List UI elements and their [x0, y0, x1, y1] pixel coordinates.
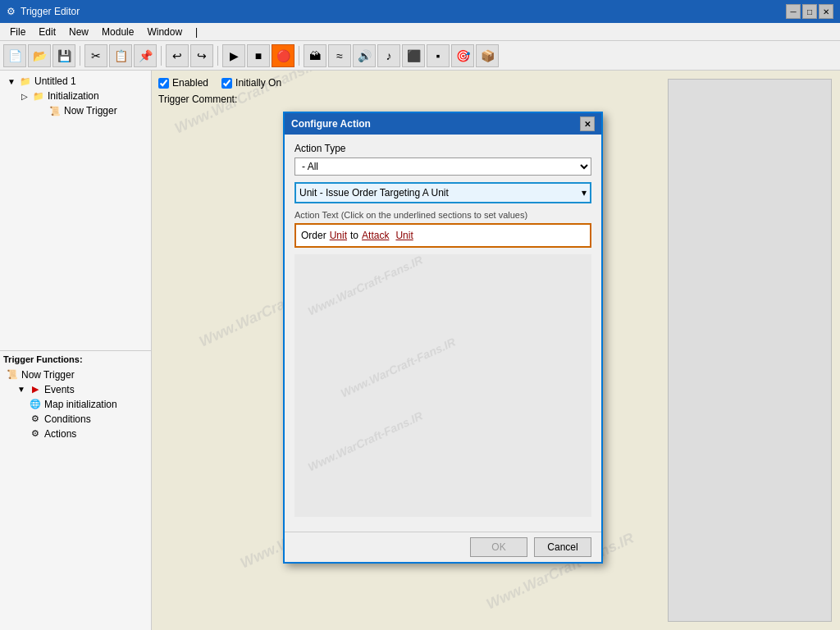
expander-untitled1: ▼	[7, 76, 16, 86]
actions-icon: ⚙	[30, 428, 41, 440]
conditions-icon: ⚙	[30, 413, 41, 425]
menu-new[interactable]: New	[62, 25, 95, 39]
action-type-row: Action Type - All Unit Player Trigger	[294, 143, 591, 176]
action-select-highlighted[interactable]: Unit - Issue Order Targeting A Unit ▾	[294, 182, 591, 203]
tree-item-now-trigger[interactable]: 📜 Now Trigger	[3, 103, 148, 118]
toolbar-tool4[interactable]: ♪	[377, 44, 400, 67]
fn-now-trigger-label: Now Trigger	[21, 369, 75, 381]
map-init-icon: 🌐	[30, 399, 41, 410]
main-area: ▼ 📁 Untitled 1 ▷ 📁 Initialization 📜 Now …	[0, 71, 840, 630]
menu-module[interactable]: Module	[95, 25, 140, 39]
menu-file[interactable]: File	[3, 25, 32, 39]
left-bottom-functions: Trigger Functions: 📜 Now Trigger ▼ ▶ Eve…	[0, 351, 151, 631]
action-text-label: Action Text (Click on the underlined sec…	[294, 210, 591, 220]
toolbar-tool3[interactable]: 🔊	[353, 44, 376, 67]
title-bar-controls: ─ □ ✕	[786, 4, 833, 19]
app-title: Trigger Editor	[21, 6, 80, 17]
trigger-icon-fn: 📜	[7, 369, 18, 381]
expander-events: ▼	[16, 385, 26, 395]
toolbar-stop[interactable]: ■	[247, 44, 270, 67]
close-button[interactable]: ✕	[819, 4, 833, 19]
fn-now-trigger[interactable]: 📜 Now Trigger	[3, 368, 148, 382]
attack-link[interactable]: Attack	[362, 230, 389, 241]
expander-conditions	[16, 414, 26, 424]
left-top-tree: ▼ 📁 Untitled 1 ▷ 📁 Initialization 📜 Now …	[0, 71, 151, 351]
fn-map-init[interactable]: 🌐 Map initialization	[3, 397, 148, 412]
action-text-box: Order Unit to Attack Unit	[294, 223, 591, 248]
toolbar-run[interactable]: ▶	[222, 44, 245, 67]
toolbar-tool8[interactable]: 📦	[476, 44, 499, 67]
toolbar-save[interactable]: 💾	[52, 44, 75, 67]
maximize-button[interactable]: □	[802, 4, 817, 19]
fn-actions-label: Actions	[44, 428, 76, 440]
configure-action-dialog: Configure Action ✕ Action Type - All Uni…	[283, 112, 603, 564]
toolbar-tool1[interactable]: 🏔	[304, 44, 326, 67]
toolbar-sep-3	[217, 46, 218, 66]
fn-conditions-label: Conditions	[44, 413, 91, 425]
trigger-icon-now-trigger: 📜	[49, 105, 61, 116]
toolbar-cut[interactable]: ✂	[84, 44, 107, 67]
toolbar: 📄 📂 💾 ✂ 📋 📌 ↩ ↪ ▶ ■ 🔴 🏔 ≈ 🔊 ♪ ⬛ ▪ 🎯 📦	[0, 41, 840, 71]
functions-label: Trigger Functions:	[3, 354, 148, 364]
menu-bar: File Edit New Module Window |	[0, 23, 840, 41]
dialog-content-area: Www.WarCraft-Fans.IR Www.WarCraft-Fans.I…	[294, 254, 591, 517]
to-plain-text: to	[350, 230, 358, 241]
right-panel: Www.WarCraft-Fans.IR Www.WarCraft-Fans.I…	[152, 71, 840, 630]
fn-actions[interactable]: ⚙ Actions	[3, 427, 148, 441]
toolbar-sep-4	[299, 46, 299, 66]
dialog-title: Configure Action ✕	[285, 113, 601, 135]
toolbar-tool2[interactable]: ≈	[328, 44, 351, 67]
title-bar: ⚙ Trigger Editor ─ □ ✕	[0, 0, 840, 23]
tree-item-initialization[interactable]: ▷ 📁 Initialization	[3, 89, 148, 103]
minimize-button[interactable]: ─	[786, 4, 801, 19]
menu-edit[interactable]: Edit	[32, 25, 62, 39]
tree-label-initialization: Initialization	[48, 90, 99, 102]
app-icon: ⚙	[7, 6, 16, 17]
toolbar-sep-1	[80, 46, 80, 66]
cancel-button[interactable]: Cancel	[534, 537, 591, 557]
dialog-footer: OK Cancel	[285, 532, 601, 562]
toolbar-sep-2	[161, 46, 162, 66]
tree-label-untitled1: Untitled 1	[34, 75, 76, 87]
toolbar-copy[interactable]: 📋	[109, 44, 132, 67]
fn-map-init-label: Map initialization	[44, 399, 117, 410]
menu-window[interactable]: Window	[140, 25, 189, 39]
fn-events-label: Events	[44, 384, 75, 395]
order-plain-text: Order	[301, 230, 326, 241]
toolbar-tool6[interactable]: ▪	[427, 44, 450, 67]
left-panel: ▼ 📁 Untitled 1 ▷ 📁 Initialization 📜 Now …	[0, 71, 152, 630]
dialog-body: Action Type - All Unit Player Trigger Un…	[285, 135, 601, 532]
dialog-close-button[interactable]: ✕	[580, 116, 595, 131]
dialog-title-text: Configure Action	[291, 118, 371, 130]
selected-action-text: Unit - Issue Order Targeting A Unit	[299, 187, 582, 199]
toolbar-tool5[interactable]: ⬛	[402, 44, 425, 67]
toolbar-undo[interactable]: ↩	[166, 44, 189, 67]
dropdown-arrow-icon: ▾	[582, 187, 587, 199]
dialog-overlay: Configure Action ✕ Action Type - All Uni…	[152, 71, 840, 630]
expander-now-trigger	[36, 106, 46, 116]
toolbar-redo[interactable]: ↪	[190, 44, 213, 67]
expander-actions	[16, 429, 26, 439]
menu-help[interactable]: |	[189, 25, 204, 39]
folder-icon-initialization: 📁	[33, 90, 44, 102]
fn-events[interactable]: ▼ ▶ Events	[3, 382, 148, 397]
toolbar-paste[interactable]: 📌	[134, 44, 157, 67]
folder-icon-untitled1: 📁	[20, 75, 31, 87]
tree-item-untitled1[interactable]: ▼ 📁 Untitled 1	[3, 74, 148, 89]
ok-button[interactable]: OK	[470, 537, 527, 557]
action-type-label: Action Type	[294, 143, 591, 154]
events-icon: ▶	[30, 384, 41, 395]
toolbar-tool7[interactable]: 🎯	[451, 44, 474, 67]
unit-link-2[interactable]: Unit	[395, 230, 413, 241]
toolbar-active[interactable]: 🔴	[272, 44, 294, 67]
tree-label-now-trigger: Now Trigger	[64, 105, 117, 116]
unit-link-1[interactable]: Unit	[330, 230, 347, 241]
action-type-select[interactable]: - All Unit Player Trigger	[294, 158, 591, 176]
toolbar-new[interactable]: 📄	[3, 44, 26, 67]
toolbar-open[interactable]: 📂	[28, 44, 51, 67]
fn-conditions[interactable]: ⚙ Conditions	[3, 412, 148, 427]
title-bar-left: ⚙ Trigger Editor	[7, 6, 80, 17]
expander-initialization: ▷	[20, 91, 30, 101]
